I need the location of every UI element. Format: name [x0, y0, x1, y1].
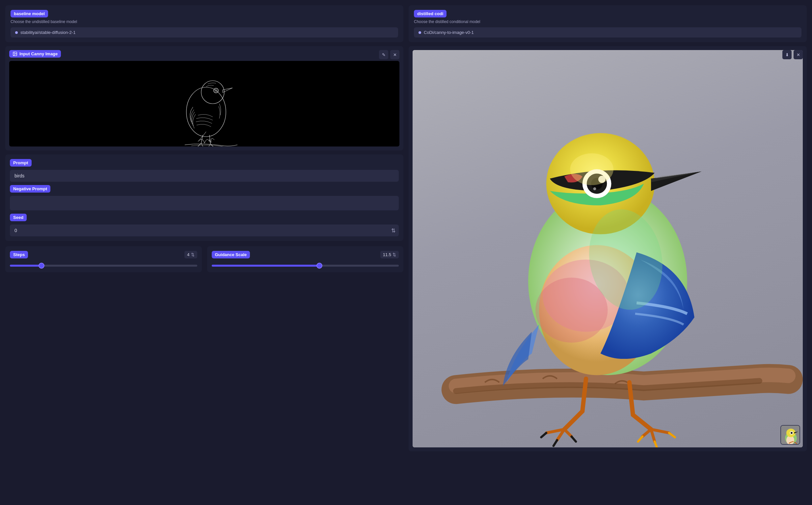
- baseline-model-value: stabilityai/stable-diffusion-2-1: [20, 30, 75, 35]
- guidance-spinner-icon[interactable]: ⇅: [392, 252, 396, 257]
- distilled-codi-value: CoDi/canny-to-image-v0-1: [424, 30, 474, 35]
- svg-point-3: [201, 80, 224, 104]
- steps-value-box: 4 ⇅: [184, 251, 197, 259]
- thumbnail-image: [781, 426, 800, 445]
- guidance-scale-slider[interactable]: [212, 265, 399, 267]
- prompt-input[interactable]: [10, 170, 399, 182]
- steps-label: Steps: [10, 251, 28, 259]
- input-canny-actions: ✎ ✕: [379, 50, 399, 59]
- prompt-label: Prompt: [10, 159, 399, 167]
- sliders-row: Steps 4 ⇅ Guidance Scale 11.5 ⇅: [5, 246, 403, 272]
- steps-panel: Steps 4 ⇅: [5, 246, 202, 272]
- baseline-model-description: Choose the undistilled baseline model: [11, 19, 398, 24]
- canny-image-container: [9, 61, 399, 147]
- svg-point-9: [535, 278, 608, 342]
- negative-prompt-label: Negative Prompt: [10, 185, 399, 193]
- image-icon: [12, 51, 17, 56]
- guidance-scale-label: Guidance Scale: [212, 251, 250, 259]
- baseline-model-card: baseline model Choose the undistilled ba…: [5, 5, 403, 42]
- steps-header: Steps 4 ⇅: [10, 251, 197, 259]
- guidance-scale-header: Guidance Scale 11.5 ⇅: [212, 251, 399, 259]
- download-output-button[interactable]: ⬇: [782, 50, 792, 59]
- baseline-model-dot: [15, 31, 18, 34]
- output-actions: ⬇ ✕: [782, 50, 803, 59]
- guidance-scale-panel: Guidance Scale 11.5 ⇅: [207, 246, 404, 272]
- prompt-section: Prompt Negative Prompt Seed ⇅: [5, 154, 403, 241]
- input-canny-header: Input Canny Image: [9, 50, 399, 57]
- remove-image-button[interactable]: ✕: [390, 50, 399, 59]
- distilled-codi-dot: [419, 31, 421, 34]
- svg-point-1: [14, 53, 14, 53]
- steps-slider[interactable]: [10, 265, 197, 267]
- seed-spinner-icon[interactable]: ⇅: [391, 227, 395, 234]
- svg-point-23: [791, 432, 793, 434]
- seed-input-wrapper: ⇅: [10, 224, 399, 236]
- svg-point-17: [570, 153, 614, 185]
- svg-point-15: [593, 187, 596, 190]
- input-canny-badge: Input Canny Image: [9, 50, 61, 57]
- distilled-codi-option[interactable]: CoDi/canny-to-image-v0-1: [414, 27, 801, 37]
- distilled-codi-card: distilled codi Choose the distilled cond…: [409, 5, 807, 42]
- output-image-container: [413, 50, 803, 448]
- canny-bird-image: [158, 61, 251, 147]
- distilled-codi-description: Choose the distilled conditional model: [414, 19, 801, 24]
- input-canny-panel: Input Canny Image ✎ ✕: [5, 46, 403, 150]
- seed-input[interactable]: [10, 224, 399, 236]
- output-bird-image: [413, 50, 803, 448]
- seed-label: Seed: [10, 214, 399, 221]
- baseline-model-option[interactable]: stabilityai/stable-diffusion-2-1: [11, 27, 398, 37]
- output-thumbnail: [780, 425, 800, 445]
- edit-image-button[interactable]: ✎: [379, 50, 388, 59]
- steps-value: 4: [187, 252, 189, 257]
- steps-spinner-icon[interactable]: ⇅: [191, 252, 195, 257]
- output-panel: ⬇ ✕: [409, 46, 807, 451]
- guidance-scale-value: 11.5: [383, 252, 391, 257]
- distilled-codi-badge: distilled codi: [414, 10, 447, 17]
- guidance-scale-value-box: 11.5 ⇅: [380, 251, 399, 259]
- close-output-button[interactable]: ✕: [794, 50, 803, 59]
- negative-prompt-input[interactable]: [10, 196, 399, 210]
- baseline-model-badge: baseline model: [11, 10, 48, 17]
